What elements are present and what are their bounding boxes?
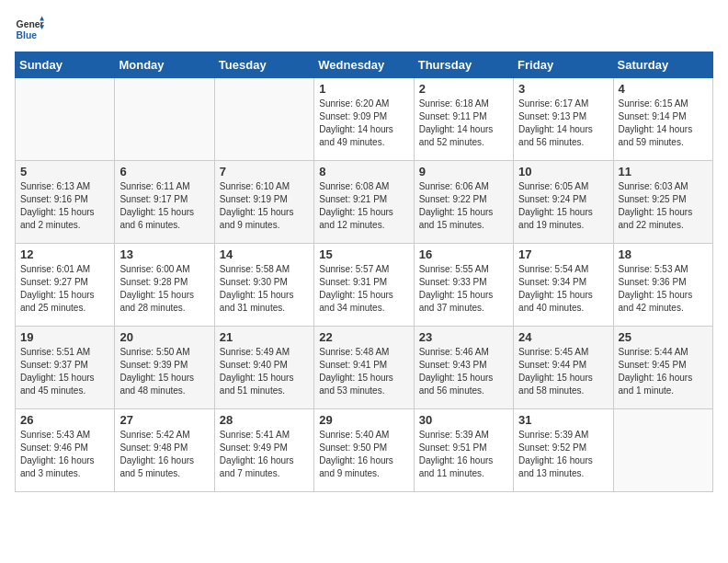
- day-info: Sunrise: 5:50 AM Sunset: 9:39 PM Dayligh…: [119, 346, 209, 397]
- day-number: 16: [419, 247, 508, 261]
- svg-text:General: General: [17, 19, 44, 29]
- calendar-week-2: 5Sunrise: 6:13 AM Sunset: 9:16 PM Daylig…: [16, 161, 713, 244]
- day-info: Sunrise: 6:13 AM Sunset: 9:16 PM Dayligh…: [20, 180, 109, 232]
- day-number: 2: [419, 82, 508, 96]
- calendar-cell: 30Sunrise: 5:39 AM Sunset: 9:51 PM Dayli…: [414, 409, 513, 492]
- day-info: Sunrise: 5:48 AM Sunset: 9:41 PM Dayligh…: [319, 346, 408, 397]
- day-number: 31: [518, 413, 608, 427]
- day-number: 4: [619, 82, 708, 96]
- day-number: 1: [319, 82, 408, 96]
- day-number: 3: [518, 82, 608, 96]
- day-number: 10: [518, 165, 608, 178]
- calendar-cell: [115, 78, 214, 161]
- day-info: Sunrise: 6:01 AM Sunset: 9:27 PM Dayligh…: [20, 263, 109, 315]
- day-info: Sunrise: 6:15 AM Sunset: 9:14 PM Dayligh…: [619, 98, 708, 149]
- day-number: 24: [518, 330, 608, 344]
- calendar-cell: 22Sunrise: 5:48 AM Sunset: 9:41 PM Dayli…: [314, 327, 414, 409]
- day-header-monday: Monday: [115, 52, 214, 78]
- calendar-cell: 5Sunrise: 6:13 AM Sunset: 9:16 PM Daylig…: [16, 161, 115, 244]
- calendar-cell: 26Sunrise: 5:43 AM Sunset: 9:46 PM Dayli…: [16, 409, 115, 492]
- day-number: 18: [619, 247, 708, 261]
- day-number: 13: [119, 247, 209, 261]
- page-header: General Blue: [15, 15, 713, 44]
- day-number: 29: [319, 413, 408, 427]
- day-header-friday: Friday: [514, 52, 613, 78]
- day-info: Sunrise: 6:06 AM Sunset: 9:22 PM Dayligh…: [419, 180, 508, 232]
- calendar-table: SundayMondayTuesdayWednesdayThursdayFrid…: [15, 52, 713, 492]
- day-info: Sunrise: 5:54 AM Sunset: 9:34 PM Dayligh…: [518, 263, 608, 315]
- day-info: Sunrise: 5:39 AM Sunset: 9:52 PM Dayligh…: [518, 429, 608, 480]
- day-number: 20: [119, 330, 209, 344]
- calendar-cell: [214, 78, 313, 161]
- day-header-wednesday: Wednesday: [314, 52, 414, 78]
- day-header-thursday: Thursday: [414, 52, 513, 78]
- calendar-body: 1Sunrise: 6:20 AM Sunset: 9:09 PM Daylig…: [16, 78, 713, 492]
- calendar-cell: 25Sunrise: 5:44 AM Sunset: 9:45 PM Dayli…: [613, 327, 712, 409]
- calendar-week-3: 12Sunrise: 6:01 AM Sunset: 9:27 PM Dayli…: [16, 244, 713, 327]
- day-info: Sunrise: 6:03 AM Sunset: 9:25 PM Dayligh…: [619, 180, 708, 232]
- calendar-cell: 31Sunrise: 5:39 AM Sunset: 9:52 PM Dayli…: [514, 409, 613, 492]
- day-info: Sunrise: 6:11 AM Sunset: 9:17 PM Dayligh…: [119, 180, 209, 232]
- day-number: 6: [119, 165, 209, 178]
- calendar-cell: 20Sunrise: 5:50 AM Sunset: 9:39 PM Dayli…: [115, 327, 214, 409]
- day-info: Sunrise: 5:44 AM Sunset: 9:45 PM Dayligh…: [619, 346, 708, 397]
- day-info: Sunrise: 5:42 AM Sunset: 9:48 PM Dayligh…: [119, 429, 209, 480]
- day-info: Sunrise: 5:40 AM Sunset: 9:50 PM Dayligh…: [319, 429, 408, 480]
- calendar-cell: 19Sunrise: 5:51 AM Sunset: 9:37 PM Dayli…: [16, 327, 115, 409]
- day-number: 5: [20, 165, 109, 178]
- day-info: Sunrise: 5:49 AM Sunset: 9:40 PM Dayligh…: [220, 346, 309, 397]
- calendar-week-1: 1Sunrise: 6:20 AM Sunset: 9:09 PM Daylig…: [16, 78, 713, 161]
- calendar-cell: 23Sunrise: 5:46 AM Sunset: 9:43 PM Dayli…: [414, 327, 513, 409]
- day-info: Sunrise: 6:10 AM Sunset: 9:19 PM Dayligh…: [220, 180, 309, 232]
- day-number: 9: [419, 165, 508, 178]
- day-info: Sunrise: 5:41 AM Sunset: 9:49 PM Dayligh…: [220, 429, 309, 480]
- svg-marker-2: [40, 17, 44, 21]
- calendar-header-row: SundayMondayTuesdayWednesdayThursdayFrid…: [16, 52, 713, 78]
- day-info: Sunrise: 5:58 AM Sunset: 9:30 PM Dayligh…: [220, 263, 309, 315]
- day-info: Sunrise: 5:46 AM Sunset: 9:43 PM Dayligh…: [419, 346, 508, 397]
- day-number: 15: [319, 247, 408, 261]
- day-info: Sunrise: 6:17 AM Sunset: 9:13 PM Dayligh…: [518, 98, 608, 149]
- day-info: Sunrise: 5:57 AM Sunset: 9:31 PM Dayligh…: [319, 263, 408, 315]
- calendar-cell: 10Sunrise: 6:05 AM Sunset: 9:24 PM Dayli…: [514, 161, 613, 244]
- day-number: 21: [220, 330, 309, 344]
- calendar-cell: 28Sunrise: 5:41 AM Sunset: 9:49 PM Dayli…: [214, 409, 313, 492]
- calendar-cell: 15Sunrise: 5:57 AM Sunset: 9:31 PM Dayli…: [314, 244, 414, 327]
- day-header-saturday: Saturday: [613, 52, 712, 78]
- day-number: 11: [619, 165, 708, 178]
- day-number: 17: [518, 247, 608, 261]
- calendar-cell: 16Sunrise: 5:55 AM Sunset: 9:33 PM Dayli…: [414, 244, 513, 327]
- calendar-week-4: 19Sunrise: 5:51 AM Sunset: 9:37 PM Dayli…: [16, 327, 713, 409]
- calendar-cell: 24Sunrise: 5:45 AM Sunset: 9:44 PM Dayli…: [514, 327, 613, 409]
- calendar-cell: 9Sunrise: 6:06 AM Sunset: 9:22 PM Daylig…: [414, 161, 513, 244]
- day-number: 27: [119, 413, 209, 427]
- calendar-cell: 14Sunrise: 5:58 AM Sunset: 9:30 PM Dayli…: [214, 244, 313, 327]
- day-info: Sunrise: 5:45 AM Sunset: 9:44 PM Dayligh…: [518, 346, 608, 397]
- day-info: Sunrise: 6:18 AM Sunset: 9:11 PM Dayligh…: [419, 98, 508, 149]
- day-info: Sunrise: 5:39 AM Sunset: 9:51 PM Dayligh…: [419, 429, 508, 480]
- day-number: 7: [220, 165, 309, 178]
- day-number: 28: [220, 413, 309, 427]
- day-header-sunday: Sunday: [16, 52, 115, 78]
- calendar-week-5: 26Sunrise: 5:43 AM Sunset: 9:46 PM Dayli…: [16, 409, 713, 492]
- calendar-cell: 2Sunrise: 6:18 AM Sunset: 9:11 PM Daylig…: [414, 78, 513, 161]
- day-info: Sunrise: 6:08 AM Sunset: 9:21 PM Dayligh…: [319, 180, 408, 232]
- calendar-cell: 18Sunrise: 5:53 AM Sunset: 9:36 PM Dayli…: [613, 244, 712, 327]
- day-info: Sunrise: 5:53 AM Sunset: 9:36 PM Dayligh…: [619, 263, 708, 315]
- day-number: 26: [20, 413, 109, 427]
- day-number: 25: [619, 330, 708, 344]
- calendar-cell: 12Sunrise: 6:01 AM Sunset: 9:27 PM Dayli…: [16, 244, 115, 327]
- calendar-cell: 3Sunrise: 6:17 AM Sunset: 9:13 PM Daylig…: [514, 78, 613, 161]
- day-number: 8: [319, 165, 408, 178]
- calendar-cell: [613, 409, 712, 492]
- svg-text:Blue: Blue: [17, 30, 38, 40]
- day-info: Sunrise: 6:00 AM Sunset: 9:28 PM Dayligh…: [119, 263, 209, 315]
- calendar-cell: 29Sunrise: 5:40 AM Sunset: 9:50 PM Dayli…: [314, 409, 414, 492]
- calendar-cell: 4Sunrise: 6:15 AM Sunset: 9:14 PM Daylig…: [613, 78, 712, 161]
- day-number: 12: [20, 247, 109, 261]
- day-header-tuesday: Tuesday: [214, 52, 313, 78]
- day-info: Sunrise: 5:55 AM Sunset: 9:33 PM Dayligh…: [419, 263, 508, 315]
- day-info: Sunrise: 5:43 AM Sunset: 9:46 PM Dayligh…: [20, 429, 109, 480]
- calendar-cell: 1Sunrise: 6:20 AM Sunset: 9:09 PM Daylig…: [314, 78, 414, 161]
- logo-icon: General Blue: [15, 15, 44, 44]
